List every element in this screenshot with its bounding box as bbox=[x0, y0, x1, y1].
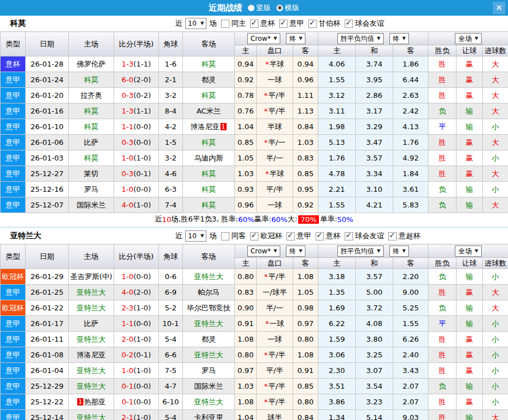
corner-score: 4-6 bbox=[159, 166, 183, 182]
result-winloss: 胜 bbox=[429, 150, 457, 166]
euro-away-odds: 5.25 bbox=[393, 300, 429, 316]
result-handicap: 输 bbox=[457, 316, 483, 332]
matches-label: 场 bbox=[209, 231, 217, 241]
league-filter-label: 意杯 bbox=[326, 231, 340, 241]
home-team-name: 亚特兰大 bbox=[77, 335, 106, 343]
corner-score: 4-2 bbox=[159, 119, 183, 135]
result-winloss: 胜 bbox=[429, 72, 457, 88]
euro-home-odds: 3.06 bbox=[318, 347, 356, 363]
euro-stage-select[interactable]: 终▼ bbox=[389, 33, 409, 44]
league-filter-checkbox[interactable]: ✓ bbox=[250, 232, 258, 240]
home-team: 莱切 bbox=[69, 166, 114, 182]
euro-home-odds: 3.11 bbox=[318, 103, 356, 119]
league-filter-checkbox[interactable]: ✓ bbox=[345, 20, 353, 28]
home-team-name: 拉齐奥 bbox=[81, 91, 102, 100]
away-team-name: 科莫 bbox=[201, 201, 216, 209]
halftime-score: (2-0) bbox=[133, 75, 150, 84]
layout-radio[interactable] bbox=[276, 4, 283, 11]
euro-stage-select[interactable]: 终▼ bbox=[389, 246, 409, 257]
corner-score: 7-4 bbox=[159, 197, 183, 213]
match-count-select[interactable]: 10▼ bbox=[185, 18, 206, 29]
layout-radio-group: 竖版横版 bbox=[242, 3, 299, 13]
col-corner: 角球 bbox=[159, 244, 183, 269]
result-group: 全场▼ bbox=[429, 244, 508, 258]
result-goals: 大 bbox=[483, 103, 508, 119]
crown-away-odds: 0.85 bbox=[293, 379, 318, 394]
euro-away-odds: 6.44 bbox=[393, 72, 429, 88]
crown-away-odds: 1.08 bbox=[293, 269, 318, 285]
euro-draw-odds: 3.74 bbox=[356, 56, 393, 72]
match-count-select[interactable]: 10▼ bbox=[185, 230, 206, 242]
fulltime-score: 2-0 bbox=[121, 335, 133, 343]
layout-radio[interactable] bbox=[248, 4, 255, 11]
halftime-score: (0-0) bbox=[133, 138, 150, 147]
odds-stage-select[interactable]: 终▼ bbox=[286, 33, 305, 44]
close-icon[interactable]: ✕ bbox=[493, 2, 505, 14]
match-row: 欧冠杯26-01-22亚特兰大2-3(1-0)5-2毕尔巴鄂竞技0.90半/一0… bbox=[1, 300, 508, 316]
euro-draw-odds: 3.95 bbox=[356, 72, 393, 88]
league-filter-checkbox[interactable]: ✓ bbox=[388, 232, 397, 240]
league-filter-checkbox[interactable]: ✓ bbox=[316, 232, 324, 240]
home-team-name: 热那亚 bbox=[84, 398, 106, 406]
summary-segment: 10 bbox=[162, 215, 172, 224]
crown-handicap: *平/半 bbox=[257, 88, 293, 103]
crown-handicap: 半球 bbox=[257, 119, 293, 135]
col-odds-home: 主 bbox=[235, 45, 257, 56]
scope-select[interactable]: 全场▼ bbox=[455, 33, 481, 44]
league-filter-checkbox[interactable]: ✓ bbox=[250, 20, 258, 28]
league-filter-checkbox[interactable]: ✓ bbox=[286, 232, 295, 240]
fulltime-score: 1-0 bbox=[121, 154, 133, 162]
page-title: 近期战绩 bbox=[209, 3, 242, 13]
league-filter-checkbox[interactable]: ✓ bbox=[308, 20, 317, 28]
result-handicap: 输 bbox=[457, 300, 483, 316]
euro-draw-odds: 3.07 bbox=[356, 363, 393, 379]
euro-away-odds: 3.43 bbox=[393, 363, 429, 379]
dropdown-arrow-icon: ▼ bbox=[200, 231, 204, 241]
euro-draw-odds: 3.23 bbox=[356, 394, 393, 410]
odds-stage-select[interactable]: 终▼ bbox=[286, 246, 305, 257]
away-team: 都灵 bbox=[183, 332, 235, 347]
away-team-name: 科莫 bbox=[201, 91, 216, 100]
league-type-badge: 意甲 bbox=[1, 347, 26, 363]
score: 0-1(0-0) bbox=[114, 379, 159, 394]
home-team-name: 亚特兰大 bbox=[77, 304, 106, 312]
team-name: 亚特兰大 bbox=[0, 231, 175, 241]
bookmaker-select[interactable]: Crow*▼ bbox=[247, 33, 280, 44]
euro-odds-group: 胜平负均值▼ 终▼ bbox=[318, 32, 429, 45]
league-filter-checkbox[interactable]: ✓ bbox=[345, 232, 353, 240]
result-winloss: 胜 bbox=[429, 363, 457, 379]
score: 1-1(0-0) bbox=[114, 316, 159, 332]
result-handicap: 输 bbox=[457, 182, 483, 197]
asterisk-mark: * bbox=[264, 382, 268, 390]
home-team-name: 科莫 bbox=[84, 122, 98, 131]
match-row: 意甲26-01-04亚特兰大1-0(1-0)7-5罗马0.97平/半0.912.… bbox=[1, 363, 508, 379]
team-name: 科莫 bbox=[0, 18, 175, 29]
result-winloss: 胜 bbox=[429, 410, 457, 420]
home-team: 1热那亚 bbox=[69, 394, 114, 410]
bookmaker-select[interactable]: Crow*▼ bbox=[247, 246, 280, 257]
away-team: 亚特兰大 bbox=[183, 316, 235, 332]
away-team: AC米兰 bbox=[183, 103, 235, 119]
match-date: 25-12-27 bbox=[26, 166, 69, 182]
score: 1-1(0-0) bbox=[114, 119, 159, 135]
col-corner: 角球 bbox=[159, 32, 183, 56]
col-away: 客场 bbox=[183, 244, 235, 269]
euro-odds-select[interactable]: 胜平负均值▼ bbox=[337, 33, 384, 44]
euro-odds-select[interactable]: 胜平负均值▼ bbox=[337, 246, 384, 257]
result-goals: 小 bbox=[483, 269, 508, 285]
result-handicap: 赢 bbox=[457, 363, 483, 379]
league-type-badge: 意甲 bbox=[1, 410, 26, 420]
league-filter-checkbox[interactable]: ✓ bbox=[279, 20, 288, 28]
result-goals: 小 bbox=[483, 363, 508, 379]
halftime-score: (1-0) bbox=[133, 335, 150, 343]
same-venue-checkbox[interactable] bbox=[221, 20, 229, 28]
crown-home-odds: 0.93 bbox=[235, 182, 257, 197]
home-team-name: 亚特兰大 bbox=[77, 413, 106, 420]
check-icon: ✓ bbox=[280, 18, 286, 27]
scope-select[interactable]: 全场▼ bbox=[455, 246, 481, 257]
euro-draw-odds: 4.21 bbox=[356, 197, 393, 213]
match-row: 意甲25-12-27莱切0-3(0-1)4-6科莫1.03*半球0.854.78… bbox=[1, 166, 508, 182]
summary-segment: 场,胜6平1负3, 胜率: bbox=[171, 214, 238, 224]
same-venue-checkbox[interactable] bbox=[221, 232, 229, 240]
fulltime-score: 1-3 bbox=[121, 107, 133, 115]
